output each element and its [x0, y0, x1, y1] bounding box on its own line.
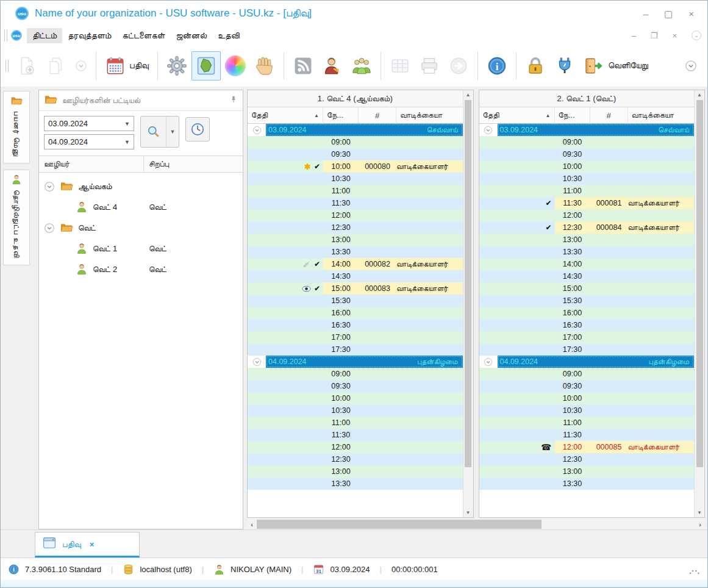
register-calendar-button[interactable]: பதிவு — [101, 51, 153, 81]
settings-gear-button[interactable] — [162, 51, 191, 81]
map-button[interactable] — [191, 51, 221, 81]
exit-door-button[interactable]: வெளியேறு — [579, 51, 653, 81]
time-slot-row[interactable]: 11:30 — [248, 429, 463, 441]
hand-button[interactable] — [250, 51, 279, 81]
time-slot-row[interactable]: 13:00 — [479, 234, 695, 246]
copy-document-button[interactable] — [41, 51, 71, 81]
pin-icon[interactable] — [229, 95, 238, 106]
time-slot-row[interactable]: 11:00 — [479, 417, 695, 429]
appointment-row[interactable]: ☎12:00000085வாடிக்கையாளர் — [479, 441, 695, 453]
time-slot-row[interactable]: 11:00 — [248, 185, 463, 197]
scroll-up-arrow[interactable]: ▲ — [695, 90, 704, 99]
time-slot-row[interactable]: 10:30 — [248, 173, 463, 185]
search-dropdown-chevron[interactable]: ▼ — [166, 117, 179, 147]
time-slot-row[interactable]: 14:00 — [479, 258, 695, 270]
date-from-select[interactable]: 03.09.2024▼ — [44, 116, 134, 131]
resize-grip[interactable]: ⡠⢄ — [688, 565, 700, 574]
scroll-left-arrow[interactable]: ‹ — [247, 521, 257, 528]
child-close-button[interactable]: × — [672, 31, 677, 40]
time-slot-row[interactable]: 09:00 — [248, 368, 463, 380]
group-collapse-icon[interactable] — [484, 126, 493, 135]
time-slot-row[interactable]: 17:00 — [479, 331, 695, 343]
menu-item-3[interactable]: ஜன்னல் — [171, 28, 212, 43]
time-slot-row[interactable]: 16:30 — [248, 319, 463, 331]
vscroll-thumb[interactable] — [465, 100, 471, 467]
time-slot-row[interactable]: 12:00 — [479, 209, 695, 221]
information-button[interactable]: i — [482, 51, 512, 81]
time-slot-row[interactable]: 16:30 — [479, 319, 695, 331]
horizontal-scrollbar[interactable]: ‹ › — [247, 519, 705, 529]
time-slot-row[interactable]: 10:00 — [479, 392, 695, 404]
time-slot-row[interactable]: 15:30 — [248, 295, 463, 307]
menu-item-4[interactable]: உதவி — [212, 28, 245, 43]
child-restore-button[interactable]: ❐ — [651, 31, 658, 40]
tab-register[interactable]: பதிவு × — [35, 532, 140, 558]
time-slot-row[interactable]: 09:30 — [479, 380, 695, 392]
minimize-button[interactable]: – — [643, 9, 648, 18]
toolbar-grip[interactable] — [4, 29, 7, 41]
time-slot-row[interactable]: 10:30 — [248, 404, 463, 417]
date-to-select[interactable]: 04.09.2024▼ — [44, 134, 134, 149]
time-slot-row[interactable]: 10:00 — [248, 392, 463, 404]
time-slot-row[interactable]: 17:30 — [479, 343, 695, 356]
time-slot-row[interactable]: 09:30 — [248, 148, 463, 160]
time-slot-row[interactable]: 13:00 — [248, 465, 463, 478]
schedule-clock-button[interactable] — [185, 117, 210, 142]
rss-feed-button[interactable] — [288, 51, 318, 81]
scroll-down-arrow[interactable]: ▼ — [463, 508, 473, 517]
time-slot-row[interactable]: 09:00 — [479, 368, 695, 380]
time-slot-row[interactable]: 17:30 — [248, 343, 463, 356]
printer-button[interactable] — [415, 51, 444, 81]
hscroll-thumb[interactable] — [257, 520, 542, 529]
group-collapse-icon[interactable] — [484, 357, 493, 367]
plugin-plug-button[interactable] — [550, 51, 579, 81]
menu-overflow-chevron-icon[interactable]: ⌄ — [692, 30, 701, 40]
time-slot-row[interactable]: 14:30 — [248, 270, 463, 282]
time-slot-row[interactable]: 13:30 — [479, 246, 695, 258]
time-slot-row[interactable]: 15:30 — [479, 295, 695, 307]
date-column-header[interactable]: தேதி▲ — [248, 107, 323, 123]
specialty-column-header[interactable]: சிறப்பு — [144, 156, 174, 172]
menu-item-2[interactable]: கட்டளைகள் — [116, 28, 170, 43]
time-slot-row[interactable]: 09:00 — [248, 136, 463, 148]
tree-employee-row[interactable]: வெட் 2வெட் — [39, 259, 243, 280]
tree-group-row[interactable]: ஆய்வகம் — [39, 176, 243, 197]
time-slot-row[interactable]: 09:30 — [479, 148, 695, 160]
date-group-row[interactable]: 04.09.2024புதன்கிழமை — [479, 356, 695, 368]
toolbar-overflow-chevron-button[interactable] — [681, 56, 701, 76]
appointment-row[interactable]: ✔15:00000083வாடிக்கையாளர் — [248, 282, 463, 295]
menu-item-0[interactable]: திட்டம் — [27, 28, 62, 43]
forward-arrow-button[interactable] — [444, 51, 473, 81]
toolbar-grip-2[interactable] — [5, 60, 9, 72]
time-slot-row[interactable]: 13:30 — [248, 478, 463, 490]
time-slot-row[interactable]: 17:00 — [248, 331, 463, 343]
time-slot-row[interactable]: 12:30 — [248, 221, 463, 234]
appointment-row[interactable]: ✔12:30000084வாடிக்கையாளர் — [479, 221, 695, 234]
time-slot-row[interactable]: 13:00 — [479, 465, 695, 478]
date-column-header[interactable]: தேதி▲ — [479, 107, 555, 123]
tree-employee-row[interactable]: வெட் 1வெட் — [39, 238, 243, 259]
scroll-up-arrow[interactable]: ▲ — [463, 90, 473, 99]
time-slot-row[interactable]: 10:30 — [479, 404, 695, 417]
close-button[interactable]: × — [688, 9, 694, 18]
maximize-button[interactable]: ▢ — [664, 9, 673, 18]
menu-item-1[interactable]: தரவுத்தளம் — [62, 28, 116, 43]
vertical-scrollbar[interactable]: ▲▼ — [694, 90, 704, 517]
time-slot-row[interactable]: 16:00 — [479, 307, 695, 319]
group-collapse-icon[interactable] — [252, 357, 262, 367]
customer-column-header[interactable]: வாடிக்கையா — [396, 107, 463, 123]
appointment-row[interactable]: ✔11:30000081வாடிக்கையாளர் — [479, 197, 695, 209]
time-slot-row[interactable]: 11:30 — [479, 429, 695, 441]
tree-employee-row[interactable]: வெட் 4வெட் — [39, 197, 243, 218]
customer-column-header[interactable]: வாடிக்கையா — [628, 107, 695, 123]
time-slot-row[interactable]: 11:00 — [248, 417, 463, 429]
vscroll-thumb[interactable] — [696, 100, 703, 467]
lock-button[interactable] — [521, 51, 550, 81]
time-column-header[interactable]: நே... — [555, 107, 590, 123]
side-tab-1[interactable]: தொழில்நுட்ப உதவி — [3, 170, 30, 265]
user-access-key-button[interactable] — [318, 51, 347, 81]
appointment-row[interactable]: ✔14:00000082வாடிக்கையாளர் — [248, 258, 463, 270]
color-wheel-button[interactable] — [221, 51, 250, 81]
date-group-row[interactable]: 04.09.2024புதன்கிழமை — [248, 356, 463, 368]
time-slot-row[interactable]: 09:30 — [248, 380, 463, 392]
